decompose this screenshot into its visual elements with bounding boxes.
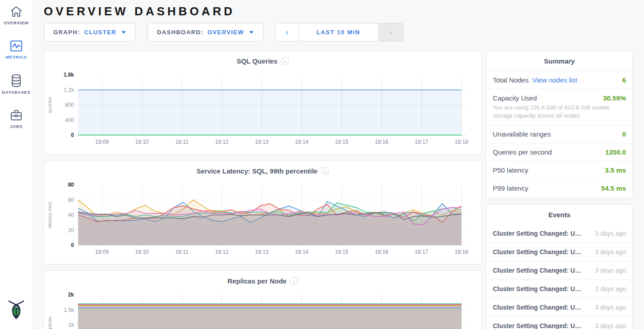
capacity-used-description: You are using 125.6 GiB of 410.6 GiB usa…	[493, 104, 626, 120]
svg-text:18:13: 18:13	[255, 139, 269, 145]
svg-text:18:15: 18:15	[335, 139, 348, 145]
event-text: Cluster Setting Changed: U…	[493, 285, 581, 292]
p50-latency-value: 3.5 ms	[605, 166, 626, 174]
home-icon	[9, 5, 23, 18]
info-icon[interactable]: i	[321, 167, 329, 175]
database-icon	[10, 74, 23, 87]
sidebar-item-metrics[interactable]: METRICS	[6, 40, 27, 59]
chevron-down-icon	[121, 31, 126, 34]
summary-row-queries-per-second: Queries per second 1200.0	[486, 143, 632, 161]
event-row[interactable]: Cluster Setting Changed: U… 3 days ago	[486, 261, 632, 280]
svg-text:1k: 1k	[68, 322, 74, 328]
sql-queries-chart: 18:0918:1018:1118:1218:1318:1418:1518:16…	[44, 70, 481, 151]
capacity-used-value: 30.59%	[603, 94, 626, 102]
svg-text:18:09: 18:09	[95, 249, 109, 255]
event-text: Cluster Setting Changed: U…	[493, 267, 581, 274]
dashboard-selector-value: OVERVIEW	[208, 29, 244, 36]
event-row[interactable]: Cluster Setting Changed: U… 3 days ago	[486, 224, 632, 243]
briefcase-icon	[9, 109, 23, 122]
capacity-used-label: Capacity Used	[493, 94, 537, 102]
replicas-per-node-chart: 18:0918:1018:1118:1218:1318:1418:1518:16…	[44, 290, 481, 329]
unavailable-ranges-value: 0	[622, 130, 626, 138]
event-row[interactable]: Cluster Setting Changed: U… 3 days ago	[486, 243, 632, 261]
total-nodes-label: Total Nodes	[493, 76, 528, 84]
summary-row-total-nodes: Total Nodes View nodes list 6	[486, 71, 632, 89]
svg-text:18:09: 18:09	[95, 139, 109, 145]
event-time: 3 days ago	[595, 267, 626, 274]
metrics-chart-icon	[9, 40, 23, 52]
svg-text:60: 60	[68, 197, 74, 203]
svg-text:latency (ms): latency (ms)	[47, 201, 52, 228]
summary-row-p99-latency: P99 latency 54.5 ms	[486, 179, 632, 197]
event-row[interactable]: Cluster Setting Changed: U… 3 days ago	[486, 317, 632, 329]
event-time: 3 days ago	[595, 322, 626, 329]
event-time: 3 days ago	[595, 248, 626, 256]
p50-latency-label: P50 latency	[493, 166, 528, 174]
svg-text:20: 20	[68, 227, 74, 233]
svg-text:queries: queries	[47, 96, 52, 113]
p99-latency-value: 54.5 ms	[601, 184, 626, 192]
sidebar: OVERVIEW METRICS DATABASES	[0, 0, 33, 329]
summary-panel: Summary Total Nodes View nodes list 6 Ca…	[486, 50, 633, 198]
time-range-prev-button[interactable]: ‹	[276, 23, 298, 41]
svg-text:18:17: 18:17	[415, 249, 428, 255]
events-panel-title: Events	[486, 205, 632, 224]
svg-text:18:15: 18:15	[335, 249, 348, 255]
chevron-right-icon: ›	[389, 28, 392, 37]
svg-text:replicas: replicas	[47, 316, 52, 329]
queries-per-second-label: Queries per second	[493, 148, 552, 156]
graph-selector-value: CLUSTER	[84, 29, 116, 36]
time-range-selector[interactable]: LAST 10 MIN	[298, 23, 379, 41]
graph-selector-label: GRAPH:	[53, 29, 80, 36]
queries-per-second-value: 1200.0	[605, 148, 626, 156]
event-row[interactable]: Cluster Setting Changed: U… 3 days ago	[486, 280, 632, 298]
time-range-next-button[interactable]: ›	[379, 23, 403, 41]
cockroachdb-logo[interactable]	[6, 297, 26, 323]
sidebar-item-jobs[interactable]: JOBS	[9, 109, 23, 129]
sidebar-item-databases[interactable]: DATABASES	[2, 74, 31, 95]
service-latency-chart: 18:0918:1018:1118:1218:1318:1418:1518:16…	[44, 180, 481, 260]
sidebar-item-label: JOBS	[10, 124, 23, 129]
event-row[interactable]: Cluster Setting Changed: U… 3 days ago	[486, 298, 632, 317]
svg-text:18:18: 18:18	[454, 249, 468, 255]
svg-text:1.5k: 1.5k	[64, 307, 74, 313]
chart-title: Service Latency: SQL, 99th percentile	[196, 167, 317, 175]
svg-text:0: 0	[71, 132, 74, 138]
event-text: Cluster Setting Changed: U…	[493, 248, 581, 256]
graph-selector[interactable]: GRAPH: CLUSTER	[44, 23, 135, 41]
dashboard-selector[interactable]: DASHBOARD: OVERVIEW	[148, 23, 263, 41]
svg-text:18:13: 18:13	[255, 249, 269, 255]
svg-text:18:16: 18:16	[375, 249, 388, 255]
svg-text:2k: 2k	[68, 292, 74, 298]
sidebar-item-label: DATABASES	[2, 90, 31, 95]
svg-text:18:14: 18:14	[295, 139, 308, 145]
event-text: Cluster Setting Changed: U…	[493, 322, 581, 329]
svg-text:18:10: 18:10	[135, 249, 148, 255]
summary-row-unavailable-ranges: Unavailable ranges 0	[486, 125, 632, 143]
info-icon[interactable]: i	[281, 57, 289, 65]
events-panel: Events Cluster Setting Changed: U… 3 day…	[486, 204, 633, 329]
svg-text:400: 400	[65, 117, 74, 123]
svg-text:1.6k: 1.6k	[64, 72, 74, 78]
summary-row-p50-latency: P50 latency 3.5 ms	[486, 161, 632, 179]
svg-text:18:11: 18:11	[175, 139, 188, 145]
event-time: 3 days ago	[595, 230, 626, 237]
charts-column: SQL Queries i 18:0918:1018:1118:1218:131…	[44, 50, 482, 329]
time-range-control: ‹ LAST 10 MIN ›	[275, 23, 403, 41]
sidebar-item-overview[interactable]: OVERVIEW	[4, 5, 29, 25]
service-latency-chart-card: Service Latency: SQL, 99th percentile i …	[44, 160, 482, 265]
event-text: Cluster Setting Changed: U…	[493, 304, 581, 311]
chart-title: SQL Queries	[236, 57, 278, 65]
page-title: OVERVIEW DASHBOARD	[44, 5, 633, 18]
view-nodes-list-link[interactable]: View nodes list	[532, 76, 577, 84]
svg-text:18:16: 18:16	[375, 139, 388, 145]
right-column: Summary Total Nodes View nodes list 6 Ca…	[486, 50, 633, 329]
chart-title: Replicas per Node	[227, 277, 287, 285]
sql-queries-chart-card: SQL Queries i 18:0918:1018:1118:1218:131…	[44, 50, 482, 155]
svg-text:18:12: 18:12	[215, 249, 228, 255]
info-icon[interactable]: i	[290, 277, 298, 285]
summary-panel-title: Summary	[486, 51, 632, 71]
svg-text:1.2k: 1.2k	[64, 87, 74, 93]
sidebar-item-label: METRICS	[6, 55, 27, 59]
chevron-down-icon	[249, 31, 254, 34]
